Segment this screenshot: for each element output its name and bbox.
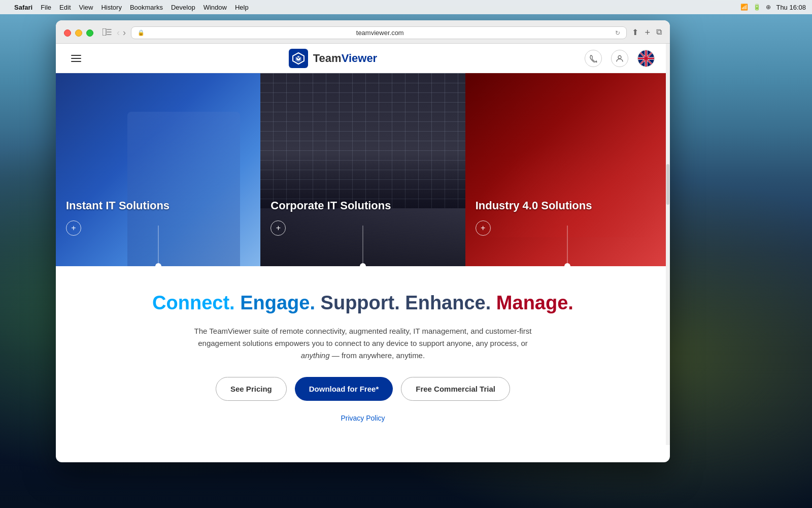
corporate-it-plus-button[interactable]: +	[270, 220, 286, 236]
instant-it-title: Instant IT Solutions	[66, 199, 250, 212]
tag-enhance: Enhance.	[400, 292, 491, 313]
new-tab-button[interactable]: +	[645, 27, 650, 38]
site-logo[interactable]: TeamViewer	[289, 49, 377, 68]
site-navbar: TeamViewer	[56, 44, 670, 73]
wifi-icon: 📶	[740, 4, 748, 11]
menubar-app-name[interactable]: Safari	[14, 4, 32, 11]
scrollbar[interactable]	[666, 44, 670, 445]
phone-icon	[589, 54, 597, 62]
url-display: teamviewer.com	[149, 29, 611, 37]
svg-rect-0	[103, 28, 106, 36]
traffic-lights	[64, 29, 93, 37]
logo-viewer-part: Viewer	[342, 52, 378, 65]
corporate-it-title: Corporate IT Solutions	[270, 199, 455, 212]
main-content-section: Connect. Engage. Support. Enhance. Manag…	[56, 266, 670, 438]
forward-button[interactable]: ›	[123, 27, 126, 38]
share-button[interactable]: ⬆	[632, 27, 638, 38]
person-silhouette	[127, 112, 240, 266]
description-italic: anything	[301, 351, 330, 360]
description-end: — from anywhere, anytime.	[332, 351, 425, 360]
scrollbar-thumb[interactable]	[666, 164, 669, 205]
macos-menubar: Safari File Edit View History Bookmarks …	[0, 0, 812, 14]
hamburger-line-3	[71, 61, 81, 62]
browser-content: TeamViewer	[56, 44, 670, 445]
sidebar-toggle-button[interactable]	[103, 28, 112, 38]
user-icon-button[interactable]	[611, 50, 628, 67]
menubar-history[interactable]: History	[101, 4, 121, 11]
privacy-policy-link[interactable]: Privacy Policy	[341, 414, 385, 422]
nav-arrows: ‹ ›	[117, 27, 126, 38]
clock-display: Thu 16:08	[776, 4, 806, 11]
menubar-develop[interactable]: Develop	[171, 4, 195, 11]
description-main: The TeamViewer suite of remote connectiv…	[194, 327, 532, 347]
industry-dot	[564, 263, 570, 266]
menubar-bookmarks[interactable]: Bookmarks	[130, 4, 163, 11]
language-selector[interactable]	[637, 50, 655, 67]
teamviewer-logo-icon	[289, 49, 308, 68]
lock-icon: 🔒	[138, 29, 145, 36]
hero-cards-section: Instant IT Solutions + Corporate IT Solu…	[56, 73, 670, 266]
minimize-button[interactable]	[75, 29, 82, 37]
industry-line	[567, 226, 568, 266]
hamburger-menu[interactable]	[71, 55, 81, 62]
menubar-edit[interactable]: Edit	[59, 4, 71, 11]
hamburger-line-1	[71, 55, 81, 56]
tag-manage: Manage.	[491, 292, 573, 313]
logo-text: TeamViewer	[313, 52, 377, 65]
description-text: The TeamViewer suite of remote connectiv…	[190, 325, 535, 362]
cta-buttons: See Pricing Download for Free* Free Comm…	[71, 377, 655, 401]
see-pricing-button[interactable]: See Pricing	[216, 377, 287, 401]
corporate-it-card[interactable]: Corporate IT Solutions +	[260, 73, 465, 266]
back-button[interactable]: ‹	[117, 27, 120, 38]
browser-chrome: ‹ › 🔒 teamviewer.com ↻ ⬆ + ⧉	[56, 20, 670, 44]
tag-engage: Engage.	[235, 292, 315, 313]
instant-it-card[interactable]: Instant IT Solutions +	[56, 73, 260, 266]
instant-it-plus-button[interactable]: +	[66, 220, 81, 236]
instant-it-dot	[155, 263, 161, 266]
menubar-view[interactable]: View	[79, 4, 93, 11]
maximize-button[interactable]	[86, 29, 93, 37]
reload-button[interactable]: ↻	[615, 29, 620, 37]
user-icon	[616, 54, 624, 62]
airdrop-icon: ⊕	[766, 4, 771, 11]
industry-title: Industry 4.0 Solutions	[476, 199, 660, 212]
menubar-right: 📶 🔋 ⊕ Thu 16:08	[740, 4, 806, 11]
industry-plus-button[interactable]: +	[476, 220, 491, 236]
browser-actions: ⬆ + ⧉	[632, 27, 662, 38]
tag-connect: Connect.	[152, 292, 235, 313]
free-trial-button[interactable]: Free Commercial Trial	[401, 377, 510, 401]
browser-controls-row: ‹ › 🔒 teamviewer.com ↻ ⬆ + ⧉	[64, 26, 662, 39]
close-button[interactable]	[64, 29, 71, 37]
battery-icon: 🔋	[753, 4, 761, 11]
tabs-button[interactable]: ⧉	[656, 27, 662, 38]
menubar-file[interactable]: File	[41, 4, 51, 11]
instant-it-line	[158, 226, 158, 266]
address-bar[interactable]: 🔒 teamviewer.com ↻	[131, 26, 627, 39]
corporate-it-dot	[360, 263, 366, 266]
svg-point-6	[618, 55, 621, 58]
phone-icon-button[interactable]	[585, 50, 602, 67]
tagline: Connect. Engage. Support. Enhance. Manag…	[71, 292, 655, 315]
tag-support: Support.	[315, 292, 400, 313]
desktop: Safari File Edit View History Bookmarks …	[0, 0, 812, 508]
menubar-help[interactable]: Help	[235, 4, 249, 11]
nav-right-icons	[585, 50, 655, 67]
menubar-window[interactable]: Window	[204, 4, 227, 11]
download-free-button[interactable]: Download for Free*	[295, 377, 393, 401]
menubar-left: Safari File Edit View History Bookmarks …	[6, 4, 249, 11]
logo-team-part: Team	[313, 52, 342, 65]
hamburger-line-2	[71, 58, 81, 59]
corporate-it-line	[362, 226, 363, 266]
industry-card[interactable]: Industry 4.0 Solutions +	[465, 73, 670, 266]
uk-flag-icon	[638, 50, 654, 67]
browser-window: ‹ › 🔒 teamviewer.com ↻ ⬆ + ⧉	[56, 20, 670, 462]
